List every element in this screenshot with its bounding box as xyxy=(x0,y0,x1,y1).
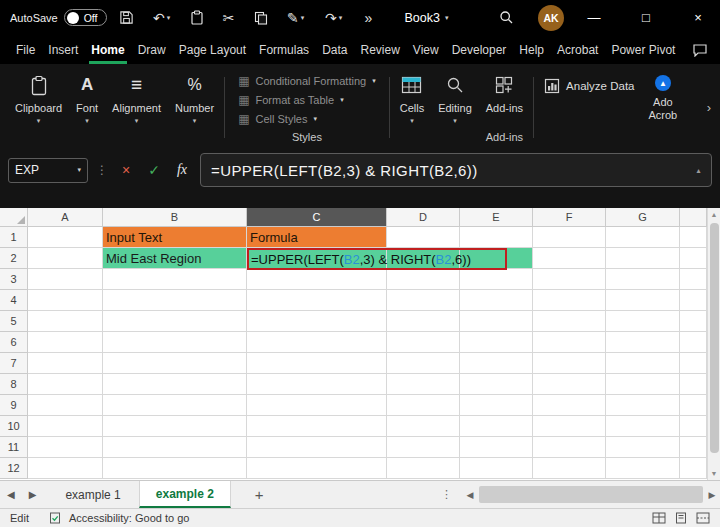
cell-C3[interactable] xyxy=(247,269,387,290)
clipboard-group[interactable]: Clipboard ▾ xyxy=(8,67,69,148)
menu-item-home[interactable]: Home xyxy=(91,35,124,64)
cut-button[interactable]: ✂ xyxy=(217,6,241,30)
cell-B1[interactable]: Input Text xyxy=(103,227,247,248)
cell-D6[interactable] xyxy=(387,332,460,353)
cell-F6[interactable] xyxy=(533,332,606,353)
page-layout-view-button[interactable] xyxy=(675,512,687,524)
cell-H3[interactable] xyxy=(680,269,707,290)
cell-A5[interactable] xyxy=(28,311,103,332)
maximize-button[interactable]: □ xyxy=(624,0,668,35)
cell-H6[interactable] xyxy=(680,332,707,353)
acrobat-group[interactable]: ▲ Ado Acrob xyxy=(641,67,684,148)
cell-D5[interactable] xyxy=(387,311,460,332)
cell-D7[interactable] xyxy=(387,353,460,374)
cell-E12[interactable] xyxy=(460,458,533,479)
cell-D4[interactable] xyxy=(387,290,460,311)
cell-B12[interactable] xyxy=(103,458,247,479)
cell-B6[interactable] xyxy=(103,332,247,353)
row-header-9[interactable]: 9 xyxy=(0,395,28,416)
row-header-7[interactable]: 7 xyxy=(0,353,28,374)
editing-group[interactable]: Editing ▾ xyxy=(431,67,479,148)
row-header-1[interactable]: 1 xyxy=(0,227,28,248)
row-header-8[interactable]: 8 xyxy=(0,374,28,395)
column-header-G[interactable]: G xyxy=(606,208,680,227)
cell-F5[interactable] xyxy=(533,311,606,332)
save-button[interactable] xyxy=(115,6,139,30)
cell-D3[interactable] xyxy=(387,269,460,290)
cell-G12[interactable] xyxy=(606,458,680,479)
cell-F1[interactable] xyxy=(533,227,606,248)
cell-G10[interactable] xyxy=(606,416,680,437)
cell-G1[interactable] xyxy=(606,227,680,248)
quick-access-overflow-button[interactable]: » xyxy=(357,6,381,30)
cell-E10[interactable] xyxy=(460,416,533,437)
column-header-D[interactable]: D xyxy=(387,208,460,227)
cell-H5[interactable] xyxy=(680,311,707,332)
cell-E11[interactable] xyxy=(460,437,533,458)
horizontal-scroll-track[interactable] xyxy=(478,481,704,508)
number-group[interactable]: % Number ▾ xyxy=(168,67,221,148)
cell-E5[interactable] xyxy=(460,311,533,332)
cell-B8[interactable] xyxy=(103,374,247,395)
format-painter-button[interactable]: ✎▾ xyxy=(281,6,311,30)
cell-G5[interactable] xyxy=(606,311,680,332)
menu-item-formulas[interactable]: Formulas xyxy=(259,35,309,64)
sheet-tab-example-1[interactable]: example 1 xyxy=(49,481,136,508)
row-header-6[interactable]: 6 xyxy=(0,332,28,353)
cell-D9[interactable] xyxy=(387,395,460,416)
cell-C10[interactable] xyxy=(247,416,387,437)
cell-styles-button[interactable]: ▦ Cell Styles ▾ xyxy=(238,110,317,127)
cell-H11[interactable] xyxy=(680,437,707,458)
cell-C5[interactable] xyxy=(247,311,387,332)
normal-view-button[interactable] xyxy=(652,512,666,524)
cell-C9[interactable] xyxy=(247,395,387,416)
cell-G2[interactable] xyxy=(606,248,680,269)
menu-item-draw[interactable]: Draw xyxy=(138,35,166,64)
conditional-formatting-button[interactable]: ▦ Conditional Formatting ▾ xyxy=(238,72,376,89)
cell-E9[interactable] xyxy=(460,395,533,416)
cell-H9[interactable] xyxy=(680,395,707,416)
cell-E6[interactable] xyxy=(460,332,533,353)
cell-C4[interactable] xyxy=(247,290,387,311)
column-header-A[interactable]: A xyxy=(28,208,103,227)
cell-G7[interactable] xyxy=(606,353,680,374)
alignment-group[interactable]: ≡ Alignment ▾ xyxy=(105,67,168,148)
add-ins-group[interactable]: Add-ins Add-ins xyxy=(479,67,530,148)
enter-button[interactable]: ✓ xyxy=(144,162,164,178)
cell-A2[interactable] xyxy=(28,248,103,269)
select-all-corner[interactable] xyxy=(0,208,28,227)
row-header-5[interactable]: 5 xyxy=(0,311,28,332)
cell-E1[interactable] xyxy=(460,227,533,248)
cell-H8[interactable] xyxy=(680,374,707,395)
cell-C8[interactable] xyxy=(247,374,387,395)
cell-D11[interactable] xyxy=(387,437,460,458)
cell-A12[interactable] xyxy=(28,458,103,479)
cell-B7[interactable] xyxy=(103,353,247,374)
column-header-F[interactable]: F xyxy=(533,208,606,227)
cell-A9[interactable] xyxy=(28,395,103,416)
cell-B3[interactable] xyxy=(103,269,247,290)
tab-scroll-divider[interactable]: ⋮ xyxy=(431,488,462,501)
cell-C6[interactable] xyxy=(247,332,387,353)
cell-A8[interactable] xyxy=(28,374,103,395)
cell-edit-outline[interactable]: =UPPER(LEFT( B2 ,3) & RIGHT( B2 ,6)) xyxy=(247,248,507,270)
cell-E7[interactable] xyxy=(460,353,533,374)
cell-A4[interactable] xyxy=(28,290,103,311)
row-header-2[interactable]: 2 xyxy=(0,248,28,269)
undo-button[interactable]: ↶▾ xyxy=(147,6,177,30)
cell-F8[interactable] xyxy=(533,374,606,395)
row-header-3[interactable]: 3 xyxy=(0,269,28,290)
cell-F7[interactable] xyxy=(533,353,606,374)
close-button[interactable]: × xyxy=(676,0,720,35)
collapse-formula-bar-icon[interactable]: ▴ xyxy=(697,166,701,175)
cell-C1[interactable]: Formula xyxy=(247,227,387,248)
cell-E4[interactable] xyxy=(460,290,533,311)
cell-D12[interactable] xyxy=(387,458,460,479)
cell-A7[interactable] xyxy=(28,353,103,374)
cell-F12[interactable] xyxy=(533,458,606,479)
redo-button[interactable]: ↷▾ xyxy=(319,6,349,30)
scroll-up-icon[interactable]: ▲ xyxy=(708,208,720,221)
scroll-down-icon[interactable]: ▼ xyxy=(708,467,720,480)
cell-D10[interactable] xyxy=(387,416,460,437)
page-break-view-button[interactable] xyxy=(696,512,710,524)
